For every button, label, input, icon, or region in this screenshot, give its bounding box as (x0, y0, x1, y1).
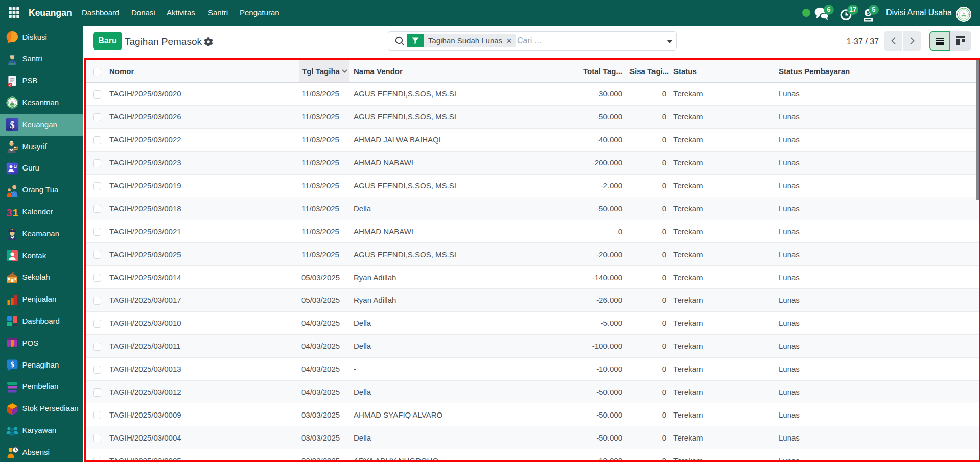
svg-text:$: $ (10, 120, 15, 130)
svg-text:1: 1 (13, 207, 19, 218)
svg-text:$: $ (11, 361, 14, 369)
svg-text:3: 3 (6, 207, 12, 218)
